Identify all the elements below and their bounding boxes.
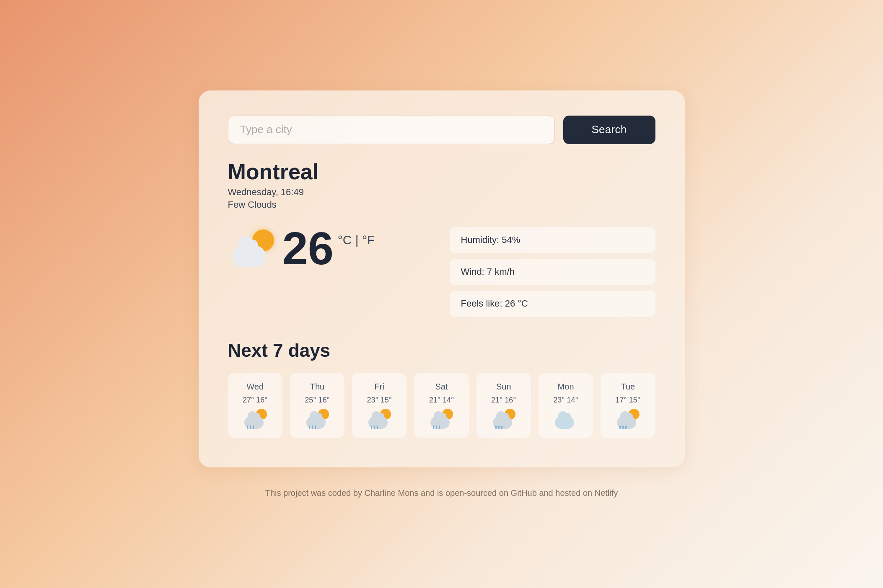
humidity-card: Humidity: 54%: [450, 227, 655, 253]
cloud-icon: [232, 245, 266, 267]
next-7-days-title: Next 7 days: [228, 340, 655, 361]
cloud-icon: [555, 416, 574, 429]
feels-like-card: Feels like: 26 °C: [450, 291, 655, 317]
rain-icon: [371, 426, 378, 429]
footer-text: This project was coded by Charline Mons …: [265, 488, 618, 498]
weather-main: 26 °C | °F Humidity: 54% Wind: 7 km/h Fe…: [228, 225, 655, 317]
forecast-card: Mon23° 14°: [539, 373, 593, 438]
forecast-day-label: Thu: [310, 382, 324, 392]
rain-icon: [247, 426, 254, 429]
forecast-card: Sun21° 16°: [476, 373, 531, 438]
temperature-display: 26 °C | °F: [282, 225, 375, 271]
forecast-temps: 23° 15°: [367, 396, 391, 405]
forecast-temps: 21° 16°: [491, 396, 516, 405]
forecast-card: Sat21° 14°: [414, 373, 469, 438]
city-name: Montreal: [228, 159, 655, 184]
temp-section: 26 °C | °F: [228, 225, 433, 271]
search-button[interactable]: Search: [563, 116, 655, 144]
forecast-day-label: Wed: [246, 382, 264, 392]
forecast-temps: 17° 15°: [616, 396, 640, 405]
rain-icon: [619, 426, 627, 429]
temperature-value: 26: [282, 225, 334, 271]
forecast-card: Tue17° 15°: [601, 373, 655, 438]
forecast-weather-icon: [491, 409, 516, 429]
forecast-temps: 27° 16°: [243, 396, 267, 405]
rain-icon: [433, 426, 440, 429]
forecast-weather-icon: [553, 409, 578, 429]
stats-section: Humidity: 54% Wind: 7 km/h Feels like: 2…: [450, 225, 655, 317]
current-weather-icon: [228, 230, 274, 267]
forecast-card: Thu25° 16°: [290, 373, 344, 438]
forecast-day-label: Sat: [435, 382, 448, 392]
forecast-day-label: Fri: [375, 382, 384, 392]
forecast-temps: 21° 14°: [429, 396, 454, 405]
forecast-weather-icon: [305, 409, 330, 429]
city-condition: Few Clouds: [228, 199, 655, 210]
app-container: Search Montreal Wednesday, 16:49 Few Clo…: [199, 90, 685, 467]
forecast-row: Wed27° 16°Thu25° 16°Fri23° 15°Sat21° 14°…: [228, 373, 655, 438]
forecast-weather-icon: [429, 409, 454, 429]
forecast-day-label: Mon: [558, 382, 574, 392]
forecast-temps: 23° 14°: [553, 396, 578, 405]
city-datetime: Wednesday, 16:49: [228, 187, 655, 198]
city-search-input[interactable]: [228, 116, 555, 144]
rain-icon: [309, 426, 316, 429]
forecast-day-label: Sun: [496, 382, 511, 392]
forecast-day-label: Tue: [621, 382, 635, 392]
forecast-weather-icon: [243, 409, 268, 429]
forecast-weather-icon: [367, 409, 392, 429]
forecast-temps: 25° 16°: [305, 396, 329, 405]
forecast-weather-icon: [615, 409, 640, 429]
temperature-units: °C | °F: [338, 233, 375, 247]
wind-card: Wind: 7 km/h: [450, 259, 655, 285]
forecast-card: Fri23° 15°: [352, 373, 407, 438]
forecast-card: Wed27° 16°: [228, 373, 282, 438]
search-row: Search: [228, 116, 655, 144]
rain-icon: [495, 426, 502, 429]
